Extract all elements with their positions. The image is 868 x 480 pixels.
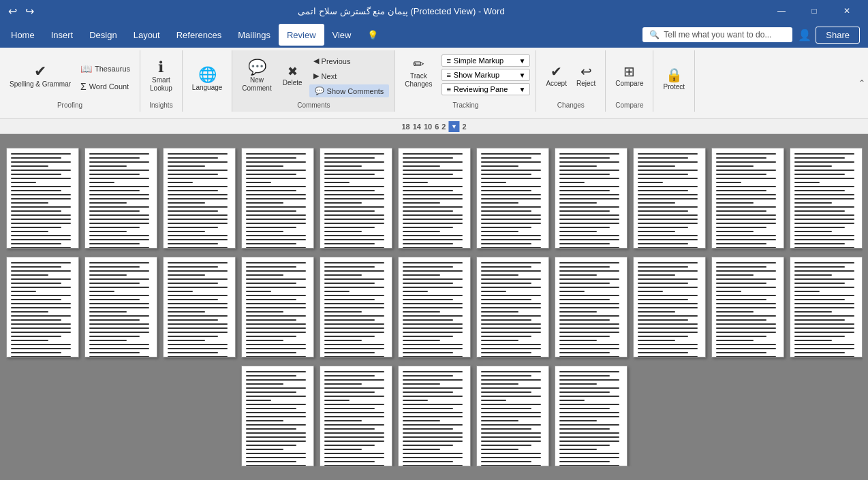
new-comment-button[interactable]: 💬 NewComment	[238, 57, 275, 95]
page-thumb[interactable]	[476, 366, 549, 466]
minimize-button[interactable]: —	[766, 0, 797, 22]
page-thumb[interactable]	[790, 148, 863, 249]
share-button[interactable]: Share	[816, 27, 860, 44]
menu-item-lightbulb[interactable]: 💡	[359, 24, 386, 46]
page-thumb[interactable]	[555, 257, 627, 357]
pages-row-3	[241, 366, 627, 466]
show-comments-icon: 💬	[315, 86, 324, 95]
close-button[interactable]: ✕	[831, 0, 863, 22]
thesaurus-button[interactable]: 📖 Thesaurus	[76, 61, 134, 76]
page-thumb[interactable]	[476, 257, 549, 357]
language-label: Language	[192, 84, 223, 92]
reject-button[interactable]: ↩ Reject	[572, 62, 600, 91]
search-box[interactable]: 🔍 Tell me what you want to do...	[642, 27, 792, 42]
menu-bar: Home Insert Design Layout References Mai…	[0, 22, 868, 48]
menu-item-home[interactable]: Home	[3, 24, 43, 46]
delete-icon: ✖	[288, 65, 298, 78]
page-thumb[interactable]	[398, 148, 471, 249]
track-changes-icon: ✏	[413, 57, 424, 71]
wordcount-button[interactable]: Σ Word Count	[76, 79, 134, 94]
maximize-button[interactable]: □	[799, 0, 830, 22]
compare-button[interactable]: ⊞ Compare	[611, 62, 647, 91]
menu-item-layout[interactable]: Layout	[125, 24, 168, 46]
protect-button[interactable]: 🔒 Protect	[659, 65, 689, 94]
show-comments-button[interactable]: 💬 Show Comments	[309, 84, 390, 97]
page-thumb[interactable]	[163, 257, 236, 357]
show-markup-dropdown[interactable]: ≡ Show Markup ▼	[441, 69, 530, 81]
page-thumb[interactable]	[555, 148, 627, 249]
page-thumb[interactable]	[633, 257, 706, 357]
page-thumb[interactable]	[241, 257, 314, 357]
page-thumb[interactable]	[398, 366, 471, 466]
show-markup-label: Show Markup	[454, 71, 499, 79]
menu-item-view[interactable]: View	[324, 24, 360, 46]
redo-button[interactable]: ↪	[22, 3, 37, 19]
page-thumb[interactable]	[84, 148, 157, 249]
ribbon-group-tracking: ✏ TrackChanges ≡ Simple Markup ▼ ≡ Show …	[395, 50, 536, 112]
menu-item-design[interactable]: Design	[81, 24, 125, 46]
protect-icon: 🔒	[666, 68, 683, 82]
smartlookup-icon: ℹ	[158, 60, 164, 75]
menu-item-references[interactable]: References	[168, 24, 230, 46]
proofing-buttons: ✔ Spelling & Grammar 📖 Thesaurus Σ Word …	[5, 52, 134, 100]
page-thumb[interactable]	[398, 257, 471, 357]
page-thumb[interactable]	[320, 148, 392, 249]
page-thumb[interactable]	[711, 148, 784, 249]
protect-buttons: 🔒 Protect	[659, 52, 689, 108]
page-thumb[interactable]	[711, 257, 784, 357]
undo-button[interactable]: ↩	[5, 3, 20, 19]
track-changes-button[interactable]: ✏ TrackChanges	[401, 54, 436, 91]
next-label: Next	[322, 72, 337, 80]
reviewing-pane-dropdown[interactable]: ≡ Reviewing Pane ▼	[441, 83, 530, 95]
menu-item-mailings[interactable]: Mailings	[230, 24, 279, 46]
spelling-grammar-button[interactable]: ✔ Spelling & Grammar	[5, 61, 75, 91]
comments-buttons: 💬 NewComment ✖ Delete ◀ Previous ▶ Next	[238, 52, 389, 100]
page-thumb[interactable]	[6, 257, 79, 357]
main-content	[0, 134, 868, 480]
simple-markup-label: Simple Markup	[454, 57, 503, 65]
window-title: پیمان منع گسترش سلاح اتمی (Protected Vie…	[37, 6, 766, 16]
page-thumb[interactable]	[6, 148, 79, 249]
track-changes-label: TrackChanges	[405, 72, 432, 89]
ribbon-group-comments: 💬 NewComment ✖ Delete ◀ Previous ▶ Next	[232, 50, 395, 112]
compare-icon: ⊞	[623, 65, 635, 78]
thesaurus-label: Thesaurus	[95, 65, 130, 73]
previous-label: Previous	[322, 57, 351, 65]
previous-button[interactable]: ◀ Previous	[309, 54, 390, 67]
language-button[interactable]: 🌐 Language	[188, 65, 227, 95]
menu-item-insert[interactable]: Insert	[43, 24, 82, 46]
ribbon: ✔ Spelling & Grammar 📖 Thesaurus Σ Word …	[0, 48, 868, 119]
language-buttons: 🌐 Language	[188, 52, 227, 108]
accept-button[interactable]: ✔ Accept	[542, 62, 571, 91]
next-icon: ▶	[313, 71, 319, 80]
next-button[interactable]: ▶ Next	[309, 69, 390, 82]
title-bar-left: ↩ ↪	[5, 3, 37, 19]
page-thumb[interactable]	[241, 148, 314, 249]
ribbon-group-compare: ⊞ Compare Compare	[606, 50, 653, 112]
page-thumb[interactable]	[476, 148, 549, 249]
wordcount-label: Word Count	[89, 82, 129, 91]
simple-markup-arrow: ▼	[518, 57, 525, 65]
changes-title: Changes	[557, 101, 585, 109]
accept-label: Accept	[546, 80, 567, 88]
reviewing-pane-label: Reviewing Pane	[454, 85, 508, 93]
ribbon-collapse-button[interactable]: ⌃	[858, 78, 865, 88]
menu-item-review[interactable]: Review	[279, 24, 324, 46]
simple-markup-dropdown[interactable]: ≡ Simple Markup ▼	[441, 54, 530, 67]
new-comment-icon: 💬	[248, 60, 266, 75]
reject-icon: ↩	[580, 65, 592, 78]
smartlookup-button[interactable]: ℹ SmartLookup	[146, 57, 176, 95]
pages-row-1	[6, 148, 863, 249]
page-thumb[interactable]	[241, 366, 314, 466]
insights-title: Insights	[149, 101, 172, 109]
delete-comment-button[interactable]: ✖ Delete	[279, 63, 307, 90]
page-thumb[interactable]	[84, 257, 157, 357]
page-thumb[interactable]	[555, 366, 627, 466]
page-thumb[interactable]	[320, 257, 392, 357]
ruler-num-10: 10	[424, 123, 432, 131]
smartlookup-label: SmartLookup	[150, 76, 172, 93]
page-thumb[interactable]	[633, 148, 706, 249]
page-thumb[interactable]	[320, 366, 392, 466]
page-thumb[interactable]	[790, 257, 863, 357]
page-thumb[interactable]	[163, 148, 236, 249]
